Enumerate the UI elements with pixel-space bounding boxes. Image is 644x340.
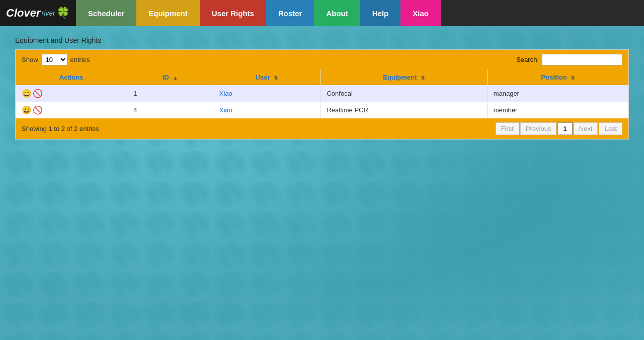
nav-item-scheduler[interactable]: Scheduler bbox=[76, 0, 137, 26]
page-content: Equipment and User Rights Show 10 25 50 … bbox=[0, 26, 644, 150]
entries-label: entries bbox=[70, 56, 90, 63]
nav-item-xiao[interactable]: Xiao bbox=[400, 0, 441, 26]
cell-position: manager bbox=[487, 85, 628, 102]
id-sort-icon: ▲ bbox=[173, 75, 178, 81]
entries-select[interactable]: 10 25 50 100 bbox=[41, 54, 67, 65]
page-last-button[interactable]: Last bbox=[599, 122, 622, 135]
nav-item-roster[interactable]: Roster bbox=[266, 0, 314, 26]
cell-id: 4 bbox=[127, 102, 213, 118]
cell-equipment: Confocal bbox=[320, 85, 487, 102]
logo-text: Clover bbox=[6, 7, 40, 20]
nav-item-userrights[interactable]: User Rights bbox=[200, 0, 266, 26]
nav-item-about[interactable]: About bbox=[314, 0, 360, 26]
data-table: Actions ID ▲ User ⇅ Equipment ⇅ bbox=[16, 70, 628, 118]
table-row: 😀 🚫 1XiaoConfocalmanager bbox=[16, 85, 628, 102]
nav-item-help[interactable]: Help bbox=[360, 0, 401, 26]
col-position[interactable]: Position ⇅ bbox=[487, 70, 628, 85]
delete-icon[interactable]: 🚫 bbox=[33, 89, 43, 98]
edit-icon[interactable]: 😀 bbox=[22, 105, 32, 115]
col-id[interactable]: ID ▲ bbox=[127, 70, 213, 85]
page-previous-button[interactable]: Previous bbox=[520, 122, 557, 135]
page-title: Equipment and User Rights bbox=[15, 36, 629, 44]
cell-equipment: Realtime PCR bbox=[320, 102, 487, 118]
edit-icon[interactable]: 😀 bbox=[22, 89, 32, 98]
table-body: 😀 🚫 1XiaoConfocalmanager 😀 🚫 4XiaoRealti… bbox=[16, 85, 628, 118]
cell-user: Xiao bbox=[213, 102, 320, 118]
position-sort-icon: ⇅ bbox=[571, 75, 575, 81]
col-user[interactable]: User ⇅ bbox=[213, 70, 320, 85]
nav-item-equipment[interactable]: Equipment bbox=[136, 0, 200, 26]
table-header-row: Actions ID ▲ User ⇅ Equipment ⇅ bbox=[16, 70, 628, 85]
page-first-button[interactable]: First bbox=[496, 122, 519, 135]
cell-id: 1 bbox=[127, 85, 213, 102]
user-link[interactable]: Xiao bbox=[219, 90, 232, 97]
user-link[interactable]: Xiao bbox=[219, 106, 232, 114]
search-input[interactable] bbox=[542, 54, 622, 65]
table-bottombar: Showing 1 to 2 of 2 entries First Previo… bbox=[16, 118, 628, 139]
delete-icon[interactable]: 🚫 bbox=[33, 105, 43, 115]
cell-actions: 😀 🚫 bbox=[16, 102, 127, 118]
cell-actions: 😀 🚫 bbox=[16, 85, 127, 102]
show-entries: Show 10 25 50 100 entries bbox=[22, 54, 90, 65]
showing-text: Showing 1 to 2 of 2 entries bbox=[22, 125, 99, 132]
table-row: 😀 🚫 4XiaoRealtime PCRmember bbox=[16, 102, 628, 118]
nav-items: Scheduler Equipment User Rights Roster A… bbox=[76, 0, 441, 26]
table-topbar: Show 10 25 50 100 entries Search: bbox=[16, 50, 628, 70]
cell-position: member bbox=[487, 102, 628, 118]
col-actions[interactable]: Actions bbox=[16, 70, 127, 85]
search-label: Search: bbox=[516, 56, 539, 63]
pagination: First Previous 1 Next Last bbox=[496, 122, 622, 135]
logo-river: river bbox=[41, 9, 55, 17]
cell-user: Xiao bbox=[213, 85, 320, 102]
equipment-sort-icon: ⇅ bbox=[421, 75, 425, 81]
logo-leaf-icon: 🍀 bbox=[56, 7, 70, 20]
logo[interactable]: Cloverriver 🍀 bbox=[0, 0, 76, 26]
show-label: Show bbox=[22, 56, 38, 63]
page-number-1[interactable]: 1 bbox=[557, 122, 572, 135]
navbar: Cloverriver 🍀 Scheduler Equipment User R… bbox=[0, 0, 644, 26]
table-container: Show 10 25 50 100 entries Search: Action… bbox=[15, 49, 629, 140]
search-area: Search: bbox=[516, 54, 622, 65]
col-equipment[interactable]: Equipment ⇅ bbox=[320, 70, 487, 85]
page-next-button[interactable]: Next bbox=[574, 122, 598, 135]
user-sort-icon: ⇅ bbox=[274, 75, 278, 81]
